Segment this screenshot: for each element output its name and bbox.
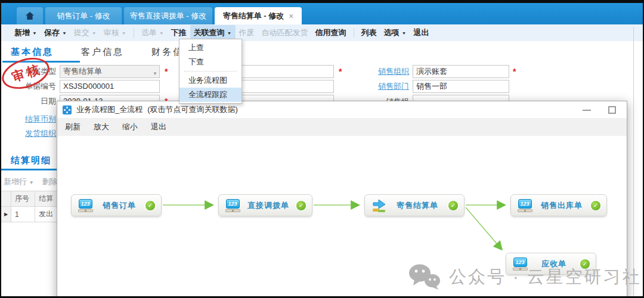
flow-node-consign-settlement[interactable]: 寄售结算单 ✓ bbox=[364, 194, 465, 216]
chevron-down-icon: ▼ bbox=[92, 30, 97, 35]
flow-canvas: 123 销售订单 ✓ 123 直接调拨单 ✓ 寄售结算单 ✓ 123 bbox=[57, 136, 627, 298]
flow-diagram-modal: 业务流程图_全流程 (双击节点可查询关联数据) 刷新 放大 缩小 退出 bbox=[57, 101, 627, 298]
check-circle-icon: ✓ bbox=[580, 259, 590, 269]
home-icon bbox=[26, 12, 34, 20]
app-window: 销售订单 - 修改 寄售直接调拨单 - 修改 寄售结算单 - 修改 × 新增▼ … bbox=[0, 0, 644, 298]
sales-org-link[interactable]: 销售组织 bbox=[354, 66, 409, 77]
arrow-document-icon bbox=[371, 198, 386, 213]
zoom-in-button[interactable]: 放大 bbox=[94, 122, 109, 132]
chevron-down-icon: ▼ bbox=[32, 30, 37, 35]
minimize-icon[interactable] bbox=[583, 110, 591, 111]
modal-title: 业务流程图_全流程 bbox=[76, 104, 143, 115]
pick-order-button: 选单▼ bbox=[138, 25, 168, 41]
tab-customer-info[interactable]: 客户信息 bbox=[81, 46, 124, 58]
modal-titlebar[interactable]: 业务流程图_全流程 (双击节点可查询关联数据) bbox=[57, 101, 627, 118]
document-123-icon: 123 bbox=[512, 257, 528, 271]
list-button[interactable]: 列表 bbox=[358, 25, 380, 41]
zoom-out-button[interactable]: 缩小 bbox=[122, 122, 138, 132]
flow-node-receivable[interactable]: 123 应收单 ✓ bbox=[506, 253, 596, 275]
document-123-icon: 123 bbox=[225, 199, 240, 212]
chevron-down-icon: ▼ bbox=[62, 30, 67, 35]
required-marker: * bbox=[339, 65, 342, 77]
menu-item-trace-down[interactable]: 下查 bbox=[179, 55, 242, 69]
credit-query-button[interactable]: 信用查询 bbox=[312, 25, 350, 41]
flow-node-direct-transfer[interactable]: 123 直接调拨单 ✓ bbox=[218, 194, 312, 216]
chevron-down-icon: ▼ bbox=[122, 30, 126, 35]
document-123-icon: 123 bbox=[78, 199, 93, 212]
required-marker: * bbox=[513, 65, 516, 77]
save-button[interactable]: 保存▼ bbox=[41, 25, 70, 41]
sales-dept-link[interactable]: 销售部门 bbox=[354, 80, 409, 92]
screen-artifact-dot bbox=[88, 1, 92, 2]
check-circle-icon: ✓ bbox=[145, 201, 155, 210]
menu-item-trace-up[interactable]: 上查 bbox=[179, 41, 242, 55]
doc-no-field[interactable]: XSJSD000001 bbox=[60, 80, 160, 93]
window-icon bbox=[63, 105, 72, 114]
menu-separator bbox=[184, 71, 237, 72]
maximize-icon[interactable] bbox=[608, 106, 616, 114]
grid-toolbar: 新增行 ▼ 删除行 bbox=[4, 176, 66, 187]
tab-home[interactable] bbox=[17, 7, 43, 24]
seq-cell: 1 bbox=[11, 207, 35, 222]
check-circle-icon: ✓ bbox=[448, 201, 458, 210]
seq-column-header: 序号 bbox=[11, 191, 35, 206]
audit-button: 审核▼ bbox=[100, 25, 130, 41]
modal-hint: (双击节点可查询关联数据) bbox=[147, 104, 238, 115]
sales-dept-field[interactable]: 销售一部 bbox=[413, 80, 509, 93]
toolbar-separator bbox=[354, 28, 354, 38]
link-query-dropdown: 上查 下查 业务流程图 全流程跟踪 bbox=[179, 39, 242, 104]
chevron-down-icon: ▼ bbox=[153, 68, 157, 78]
sales-org-field[interactable]: 演示账套 bbox=[413, 65, 509, 78]
detail-section-title[interactable]: 结算明细 bbox=[11, 155, 51, 166]
chevron-down-icon: ▼ bbox=[402, 30, 407, 35]
tab-sales-order[interactable]: 销售订单 - 修改 bbox=[45, 7, 122, 24]
flow-node-sales-order[interactable]: 123 销售订单 ✓ bbox=[71, 194, 162, 216]
options-button[interactable]: 选项▼ bbox=[380, 25, 410, 41]
form-tab-strip: 基本信息 客户信息 财务信息 bbox=[1, 41, 643, 63]
submit-button: 提交▼ bbox=[70, 25, 100, 41]
doc-type-select[interactable]: 寄售结算单▼ bbox=[60, 65, 160, 78]
page-right-border bbox=[633, 27, 634, 298]
row-selector-header bbox=[1, 191, 11, 206]
tab-consign-transfer[interactable]: 寄售直接调拨单 - 修改 bbox=[124, 7, 212, 24]
row-selector-cell[interactable]: ▶ bbox=[1, 207, 11, 222]
chevron-down-icon: ▼ bbox=[29, 180, 34, 185]
main-toolbar: 新增▼ 保存▼ 提交▼ 审核▼ 选单▼ 下推 关联查询▼ 作废 自动匹配发货 信… bbox=[1, 24, 643, 41]
check-circle-icon: ✓ bbox=[296, 201, 306, 210]
menu-item-flow-chart[interactable]: 业务流程图 bbox=[179, 73, 242, 88]
menu-item-full-trace[interactable]: 全流程跟踪 bbox=[179, 88, 242, 102]
toolbar-separator bbox=[134, 28, 134, 38]
refresh-button[interactable]: 刷新 bbox=[65, 122, 80, 132]
auto-match-button: 自动匹配发货 bbox=[258, 25, 312, 41]
row-marker-icon: ▶ bbox=[4, 212, 8, 217]
close-tab-icon[interactable]: × bbox=[289, 11, 293, 21]
date-label: 日期 bbox=[1, 95, 56, 107]
titlebar: 销售订单 - 修改 寄售直接调拨单 - 修改 寄售结算单 - 修改 × bbox=[1, 3, 643, 24]
modal-exit-button[interactable]: 退出 bbox=[151, 122, 166, 132]
document-123-icon: 123 bbox=[517, 199, 532, 212]
required-marker: * bbox=[165, 65, 168, 77]
exit-button[interactable]: 退出 bbox=[410, 25, 432, 41]
flow-node-sales-outbound[interactable]: 123 销售出库单 ✓ bbox=[510, 194, 607, 216]
settle-currency-link[interactable]: 结算币别 bbox=[1, 113, 56, 125]
tab-basic-info[interactable]: 基本信息 bbox=[11, 46, 54, 58]
tab-consign-settlement-active[interactable]: 寄售结算单 - 修改 × bbox=[215, 7, 302, 24]
check-circle-icon: ✓ bbox=[591, 201, 600, 210]
chevron-down-icon: ▼ bbox=[159, 30, 164, 35]
add-row-button[interactable]: 新增行 ▼ bbox=[4, 176, 34, 187]
modal-toolbar: 刷新 放大 缩小 退出 bbox=[57, 118, 627, 136]
ship-org-link[interactable]: 发货组织 bbox=[1, 128, 56, 139]
chevron-down-icon: ▼ bbox=[227, 30, 232, 35]
new-button[interactable]: 新增▼ bbox=[11, 25, 41, 41]
